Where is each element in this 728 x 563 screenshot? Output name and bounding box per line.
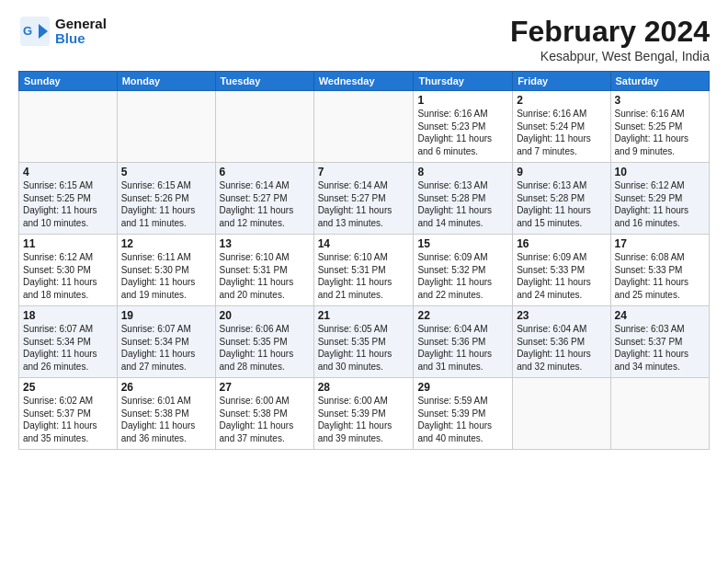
day-number: 14 <box>318 237 410 250</box>
calendar-table: Sunday Monday Tuesday Wednesday Thursday… <box>18 71 710 450</box>
day-number: 22 <box>417 309 508 322</box>
day-cell: 2Sunrise: 6:16 AM Sunset: 5:24 PM Daylig… <box>513 91 610 163</box>
page: G General Blue February 2024 Kesabpur, W… <box>0 0 728 563</box>
day-cell <box>610 378 709 450</box>
day-cell <box>19 91 118 163</box>
day-number: 4 <box>23 166 113 178</box>
day-number: 1 <box>417 94 508 107</box>
day-info: Sunrise: 6:00 AM Sunset: 5:39 PM Dayligh… <box>318 395 410 444</box>
day-info: Sunrise: 6:13 AM Sunset: 5:28 PM Dayligh… <box>517 179 606 229</box>
day-number: 2 <box>517 94 606 107</box>
day-cell <box>117 91 215 163</box>
day-cell: 1Sunrise: 6:16 AM Sunset: 5:23 PM Daylig… <box>414 91 513 163</box>
subtitle: Kesabpur, West Bengal, India <box>510 49 710 63</box>
day-cell: 22Sunrise: 6:04 AM Sunset: 5:36 PM Dayli… <box>414 306 513 378</box>
day-info: Sunrise: 6:16 AM Sunset: 5:24 PM Dayligh… <box>517 108 606 157</box>
day-info: Sunrise: 6:16 AM Sunset: 5:25 PM Dayligh… <box>615 108 705 157</box>
day-cell: 26Sunrise: 6:01 AM Sunset: 5:38 PM Dayli… <box>117 378 215 450</box>
day-cell: 18Sunrise: 6:07 AM Sunset: 5:34 PM Dayli… <box>19 306 118 378</box>
day-cell <box>313 91 414 163</box>
week-row-3: 11Sunrise: 6:12 AM Sunset: 5:30 PM Dayli… <box>19 235 710 306</box>
day-info: Sunrise: 6:03 AM Sunset: 5:37 PM Dayligh… <box>615 323 705 373</box>
day-cell <box>513 378 610 450</box>
day-info: Sunrise: 6:04 AM Sunset: 5:36 PM Dayligh… <box>517 323 606 373</box>
day-number: 10 <box>615 166 705 178</box>
day-info: Sunrise: 6:12 AM Sunset: 5:29 PM Dayligh… <box>615 179 705 229</box>
day-cell: 21Sunrise: 6:05 AM Sunset: 5:35 PM Dayli… <box>313 306 414 378</box>
day-number: 18 <box>23 309 113 322</box>
day-number: 25 <box>23 381 113 394</box>
day-info: Sunrise: 6:15 AM Sunset: 5:25 PM Dayligh… <box>23 179 113 229</box>
day-cell: 23Sunrise: 6:04 AM Sunset: 5:36 PM Dayli… <box>513 306 610 378</box>
day-info: Sunrise: 6:13 AM Sunset: 5:28 PM Dayligh… <box>417 179 508 229</box>
weekday-header-row: Sunday Monday Tuesday Wednesday Thursday… <box>19 72 710 91</box>
day-number: 8 <box>417 166 508 178</box>
day-cell: 14Sunrise: 6:10 AM Sunset: 5:31 PM Dayli… <box>313 235 414 306</box>
day-cell: 29Sunrise: 5:59 AM Sunset: 5:39 PM Dayli… <box>414 378 513 450</box>
header-thursday: Thursday <box>414 72 513 91</box>
day-cell: 15Sunrise: 6:09 AM Sunset: 5:32 PM Dayli… <box>414 235 513 306</box>
header-saturday: Saturday <box>610 72 709 91</box>
day-info: Sunrise: 6:05 AM Sunset: 5:35 PM Dayligh… <box>318 323 410 373</box>
header-monday: Monday <box>117 72 215 91</box>
day-number: 5 <box>121 166 211 178</box>
logo: G General Blue <box>18 15 107 48</box>
header-wednesday: Wednesday <box>313 72 414 91</box>
header: G General Blue February 2024 Kesabpur, W… <box>18 15 710 63</box>
day-number: 21 <box>318 309 410 322</box>
day-cell: 10Sunrise: 6:12 AM Sunset: 5:29 PM Dayli… <box>610 163 709 235</box>
day-cell: 28Sunrise: 6:00 AM Sunset: 5:39 PM Dayli… <box>313 378 414 450</box>
day-cell: 13Sunrise: 6:10 AM Sunset: 5:31 PM Dayli… <box>215 235 313 306</box>
day-info: Sunrise: 6:09 AM Sunset: 5:32 PM Dayligh… <box>417 251 508 301</box>
day-info: Sunrise: 6:01 AM Sunset: 5:38 PM Dayligh… <box>121 395 211 444</box>
day-info: Sunrise: 6:11 AM Sunset: 5:30 PM Dayligh… <box>121 251 211 301</box>
week-row-5: 25Sunrise: 6:02 AM Sunset: 5:37 PM Dayli… <box>19 378 710 450</box>
week-row-2: 4Sunrise: 6:15 AM Sunset: 5:25 PM Daylig… <box>19 163 710 235</box>
day-cell: 3Sunrise: 6:16 AM Sunset: 5:25 PM Daylig… <box>610 91 709 163</box>
day-number: 17 <box>615 237 705 250</box>
day-number: 11 <box>23 237 113 250</box>
header-tuesday: Tuesday <box>215 72 313 91</box>
day-cell: 16Sunrise: 6:09 AM Sunset: 5:33 PM Dayli… <box>513 235 610 306</box>
week-row-4: 18Sunrise: 6:07 AM Sunset: 5:34 PM Dayli… <box>19 306 710 378</box>
calendar-body: 1Sunrise: 6:16 AM Sunset: 5:23 PM Daylig… <box>19 91 710 450</box>
day-cell: 19Sunrise: 6:07 AM Sunset: 5:34 PM Dayli… <box>117 306 215 378</box>
day-cell: 7Sunrise: 6:14 AM Sunset: 5:27 PM Daylig… <box>313 163 414 235</box>
day-info: Sunrise: 6:10 AM Sunset: 5:31 PM Dayligh… <box>318 251 410 301</box>
day-number: 26 <box>121 381 211 394</box>
title-block: February 2024 Kesabpur, West Bengal, Ind… <box>510 15 710 63</box>
day-info: Sunrise: 6:07 AM Sunset: 5:34 PM Dayligh… <box>121 323 211 373</box>
header-friday: Friday <box>513 72 610 91</box>
day-info: Sunrise: 6:12 AM Sunset: 5:30 PM Dayligh… <box>23 251 113 301</box>
day-number: 29 <box>417 381 508 394</box>
day-info: Sunrise: 6:14 AM Sunset: 5:27 PM Dayligh… <box>220 179 310 229</box>
day-number: 6 <box>220 166 310 178</box>
day-info: Sunrise: 6:16 AM Sunset: 5:23 PM Dayligh… <box>417 108 508 157</box>
day-cell: 6Sunrise: 6:14 AM Sunset: 5:27 PM Daylig… <box>215 163 313 235</box>
calendar-header: Sunday Monday Tuesday Wednesday Thursday… <box>19 72 710 91</box>
day-cell: 11Sunrise: 6:12 AM Sunset: 5:30 PM Dayli… <box>19 235 118 306</box>
day-cell: 5Sunrise: 6:15 AM Sunset: 5:26 PM Daylig… <box>117 163 215 235</box>
day-info: Sunrise: 6:08 AM Sunset: 5:33 PM Dayligh… <box>615 251 705 301</box>
day-info: Sunrise: 6:10 AM Sunset: 5:31 PM Dayligh… <box>220 251 310 301</box>
day-info: Sunrise: 6:07 AM Sunset: 5:34 PM Dayligh… <box>23 323 113 373</box>
day-cell: 8Sunrise: 6:13 AM Sunset: 5:28 PM Daylig… <box>414 163 513 235</box>
day-number: 7 <box>318 166 410 178</box>
logo-name: General Blue <box>55 17 107 47</box>
day-number: 23 <box>517 309 606 322</box>
day-number: 13 <box>220 237 310 250</box>
day-cell: 24Sunrise: 6:03 AM Sunset: 5:37 PM Dayli… <box>610 306 709 378</box>
day-number: 27 <box>220 381 310 394</box>
day-cell: 27Sunrise: 6:00 AM Sunset: 5:38 PM Dayli… <box>215 378 313 450</box>
week-row-1: 1Sunrise: 6:16 AM Sunset: 5:23 PM Daylig… <box>19 91 710 163</box>
day-info: Sunrise: 6:06 AM Sunset: 5:35 PM Dayligh… <box>220 323 310 373</box>
day-info: Sunrise: 6:04 AM Sunset: 5:36 PM Dayligh… <box>417 323 508 373</box>
day-cell: 20Sunrise: 6:06 AM Sunset: 5:35 PM Dayli… <box>215 306 313 378</box>
day-number: 3 <box>615 94 705 107</box>
day-number: 9 <box>517 166 606 178</box>
day-number: 20 <box>220 309 310 322</box>
day-number: 15 <box>417 237 508 250</box>
day-number: 16 <box>517 237 606 250</box>
main-title: February 2024 <box>510 15 710 49</box>
day-cell: 4Sunrise: 6:15 AM Sunset: 5:25 PM Daylig… <box>19 163 118 235</box>
